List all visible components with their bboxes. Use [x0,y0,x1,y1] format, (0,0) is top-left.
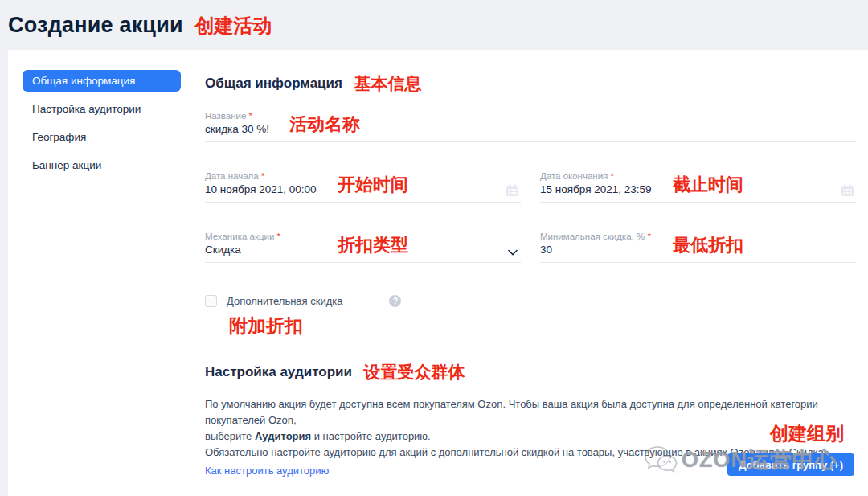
add-group-annotation: 创建组别 [770,421,844,446]
question-icon[interactable]: ? [389,295,401,307]
start-date-annotation: 开始时间 [338,173,408,197]
audience-section-header: Настройка аудитории 设置受众群体 [205,361,856,383]
main-content: Общая информация 基本信息 Название * скидка … [205,50,868,496]
content-card: Общая информация Настройка аудитории Гео… [8,50,868,496]
required-asterisk: * [249,111,252,121]
chevron-down-icon[interactable] [508,249,518,256]
page-header: Создание акции 创建活动 [0,0,868,50]
required-asterisk: * [261,171,264,181]
end-date-field[interactable]: Дата окончания * 15 ноября 2021, 23:59 截… [540,171,856,203]
promo-name-field[interactable]: Название * скидка 30 %! 活动名称 [205,111,856,142]
sidebar-item-general-info[interactable]: Общая информация [23,70,181,92]
general-section-header: Общая информация 基本信息 [205,72,856,95]
mechanic-row: Механика акции * Скидка 折扣类型 Минимальная… [205,232,856,263]
promo-name-annotation: 活动名称 [289,113,360,137]
end-date-annotation: 截止时间 [673,173,743,197]
sidebar-item-geography[interactable]: География [23,126,181,148]
how-to-configure-audience-link[interactable]: Как настроить аудиторию [205,463,329,479]
extra-discount-label: Дополнительная скидка [227,295,342,307]
mechanic-annotation: 折扣类型 [338,233,408,257]
calendar-icon[interactable] [841,184,854,197]
general-section-annotation: 基本信息 [354,74,421,92]
start-date-field[interactable]: Дата начала * 10 ноября 2021, 00:00 开始时间 [205,171,521,203]
sidebar-item-promo-banner[interactable]: Баннер акции [23,154,181,176]
add-group-button[interactable]: Добавить группу (+) [727,453,854,476]
extra-discount-annotation: 附加折扣 [229,314,856,338]
min-discount-annotation: 最低折扣 [673,233,743,257]
mechanic-select[interactable]: Механика акции * Скидка 折扣类型 [205,232,521,263]
min-discount-field[interactable]: Минимальная скидка, % * 30 最低折扣 [540,232,856,263]
required-asterisk: * [647,232,650,241]
sidebar: Общая информация Настройка аудитории Гео… [8,50,205,496]
page-title-annotation: 创建活动 [194,14,272,36]
calendar-icon[interactable] [506,184,519,197]
extra-discount-row: Дополнительная скидка ? [205,295,856,307]
audience-section-annotation: 设置受众群体 [363,363,465,381]
required-asterisk: * [277,232,280,241]
required-asterisk: * [611,171,614,181]
description-line-2: выберите Аудитория и настройте аудиторию… [205,428,856,445]
extra-discount-checkbox[interactable] [205,295,217,307]
sidebar-item-audience-settings[interactable]: Настройка аудитории [23,98,181,120]
general-section-title: Общая информация [205,76,342,91]
page-title: Создание акции [8,13,183,37]
description-line-1: По умолчанию акция будет доступна всем п… [205,396,856,428]
dates-row: Дата начала * 10 ноября 2021, 00:00 开始时间… [205,171,856,203]
audience-section-title: Настройка аудитории [205,364,352,379]
